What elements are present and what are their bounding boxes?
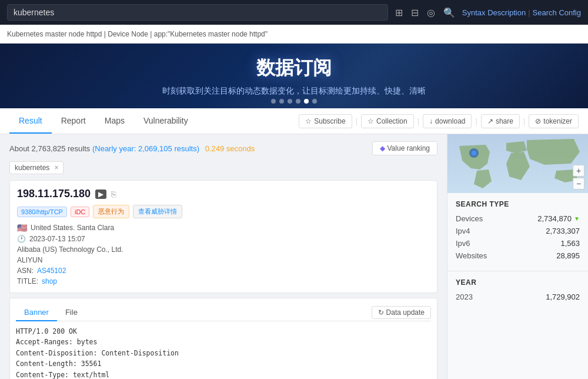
svg-point-1 — [472, 151, 476, 155]
org-text: Alibaba (US) Technology Co., Ltd. — [17, 245, 123, 254]
stat-2023-value: 1,729,902 — [546, 292, 580, 301]
banner-subtitle: 时刻获取到关注目标的动态数据变化，让目标测绘更加持续、快捷、清晰 — [162, 86, 426, 97]
port-tag: 9380/http/TCP — [17, 207, 67, 217]
top-bar: kubernetes ⊞ ⊟ ◎ 🔍 Syntax Description | … — [0, 0, 588, 25]
collection-label: Collection — [376, 117, 407, 125]
tab-report[interactable]: Report — [52, 109, 95, 134]
subscribe-icon: ☆ — [305, 117, 312, 125]
asn-link[interactable]: AS45102 — [37, 267, 66, 275]
search-icon[interactable]: 🔍 — [441, 6, 457, 19]
inner-tab-file[interactable]: File — [57, 304, 86, 321]
stat-2023-label: 2023 — [456, 292, 473, 301]
sep3: | — [475, 117, 477, 125]
config-link[interactable]: Search Config — [533, 8, 581, 17]
dot-5[interactable] — [304, 99, 309, 104]
left-panel: About 2,763,825 results (Nearly year: 2,… — [0, 134, 447, 379]
suggestion-text: Kubernetes master node httpd | Device No… — [7, 30, 268, 38]
card-tags: 9380/http/TCP iDC 恶意行为 查看威胁详情 — [17, 205, 430, 218]
map-container: + − — [447, 134, 588, 193]
subscribe-label: Subscribe — [314, 117, 345, 125]
result-count: About 2,763,825 results — [9, 144, 92, 153]
asn-row: ASN: AS45102 — [17, 267, 430, 275]
map-zoom-in[interactable]: + — [573, 165, 584, 177]
stat-websites-value: 28,895 — [556, 251, 580, 260]
subscribe-button[interactable]: ☆ Subscribe — [299, 114, 352, 128]
cloud-row: ALIYUN — [17, 256, 430, 264]
top-links: Syntax Description | Search Config — [462, 8, 581, 17]
share-button[interactable]: ↗ share — [481, 114, 520, 128]
stat-websites: Websites 28,895 — [456, 251, 580, 260]
banner-file-panel: Banner File ↻ Data update HTTP/1.0 200 O… — [9, 298, 437, 379]
banner-dots — [271, 99, 317, 104]
top-icons: ⊞ ⊟ ◎ 🔍 — [393, 6, 457, 19]
data-update-button[interactable]: ↻ Data update — [372, 306, 431, 319]
card-header: 198.11.175.180 ▶ ⎘ — [17, 188, 430, 200]
banner: 数据订阅 时刻获取到关注目标的动态数据变化，让目标测绘更加持续、快捷、清晰 — [0, 44, 588, 108]
filter-tag-close[interactable]: × — [54, 164, 58, 172]
title-row: TITLE: shop — [17, 277, 430, 285]
card-info: 🇺🇸 United States. Santa Clara 🕐 2023-07-… — [17, 223, 430, 285]
dot-1[interactable] — [271, 99, 276, 104]
fullscreen-icon[interactable]: ⊞ — [393, 6, 405, 19]
year-section: YEAR 2023 1,729,902 — [447, 271, 588, 312]
inner-tab-banner[interactable]: Banner — [16, 304, 57, 321]
banner-title: 数据订阅 — [256, 55, 332, 81]
share-label: share — [496, 117, 513, 125]
value-ranking-button[interactable]: ◆ Value ranking — [372, 141, 438, 155]
collection-button[interactable]: ☆ Collection — [361, 114, 414, 128]
sep2: | — [417, 117, 419, 125]
asn-label: ASN: — [17, 267, 34, 275]
stat-devices: Devices 2,734,870 ▼ — [456, 214, 580, 223]
target-icon[interactable]: ◎ — [425, 6, 437, 19]
org-row: Alibaba (US) Technology Co., Ltd. — [17, 245, 430, 254]
download-button[interactable]: ↓ download — [423, 114, 472, 128]
share-icon: ↗ — [487, 117, 493, 125]
download-icon: ↓ — [429, 117, 433, 125]
results-text: About 2,763,825 results (Nearly year: 2,… — [9, 144, 255, 153]
search-type-section: SEARCH TYPE Devices 2,734,870 ▼ Ipv4 2,7… — [447, 193, 588, 271]
cloud-text: ALIYUN — [17, 256, 42, 264]
refresh-icon: ↻ — [378, 308, 384, 317]
search-type-title: SEARCH TYPE — [456, 200, 580, 208]
map-zoom-out[interactable]: − — [573, 178, 584, 190]
dot-6[interactable] — [312, 99, 317, 104]
malicious-tag[interactable]: 恶意行为 — [93, 205, 129, 218]
collection-icon: ☆ — [368, 117, 374, 125]
stat-ipv4: Ipv4 2,733,307 — [456, 227, 580, 235]
stat-devices-value[interactable]: 2,734,870 ▼ — [537, 214, 580, 223]
tokenizer-icon: ⊘ — [535, 117, 541, 125]
tokenizer-label: tokenizer — [543, 117, 572, 125]
tab-vulnerability[interactable]: Vulnerability — [134, 109, 198, 134]
search-value: kubernetes — [14, 8, 54, 17]
results-info: About 2,763,825 results (Nearly year: 2,… — [9, 141, 437, 155]
ip-navigate-button[interactable]: ▶ — [95, 190, 106, 199]
stat-websites-label: Websites — [456, 251, 487, 260]
result-card: 198.11.175.180 ▶ ⎘ 9380/http/TCP iDC 恶意行… — [9, 180, 437, 293]
location-text: United States. Santa Clara — [31, 224, 114, 232]
copy-icon[interactable]: ⎘ — [111, 190, 116, 199]
search-box[interactable]: kubernetes — [7, 4, 388, 21]
stat-ipv6-label: Ipv6 — [456, 239, 470, 248]
dot-4[interactable] — [296, 99, 300, 104]
dropdown-arrow-icon: ▼ — [574, 215, 580, 222]
right-panel: + − SEARCH TYPE Devices 2,734,870 ▼ Ipv4… — [447, 134, 588, 379]
threat-detail-link[interactable]: 查看威胁详情 — [133, 205, 182, 218]
dot-3[interactable] — [288, 99, 292, 104]
tokenizer-button[interactable]: ⊘ tokenizer — [529, 114, 579, 128]
minimize-icon[interactable]: ⊟ — [409, 6, 421, 19]
devices-count: 2,734,870 — [537, 214, 572, 223]
data-update-label: Data update — [386, 308, 425, 317]
stat-ipv6-value: 1,563 — [560, 239, 580, 248]
title-value[interactable]: shop — [42, 277, 57, 285]
tab-result[interactable]: Result — [9, 109, 52, 134]
dot-2[interactable] — [279, 99, 284, 104]
near-year-count[interactable]: (Nearly year: 2,069,105 results) — [92, 144, 199, 153]
us-flag-icon: 🇺🇸 — [17, 223, 27, 232]
tab-maps[interactable]: Maps — [95, 109, 134, 134]
date-text: 2023-07-13 15:07 — [29, 235, 85, 243]
syntax-link[interactable]: Syntax Description — [462, 8, 526, 17]
search-time: 0.249 seconds — [205, 144, 255, 153]
location-row: 🇺🇸 United States. Santa Clara — [17, 223, 430, 232]
diamond-icon: ◆ — [380, 144, 385, 152]
suggestion-bar: Kubernetes master node httpd | Device No… — [0, 25, 588, 44]
